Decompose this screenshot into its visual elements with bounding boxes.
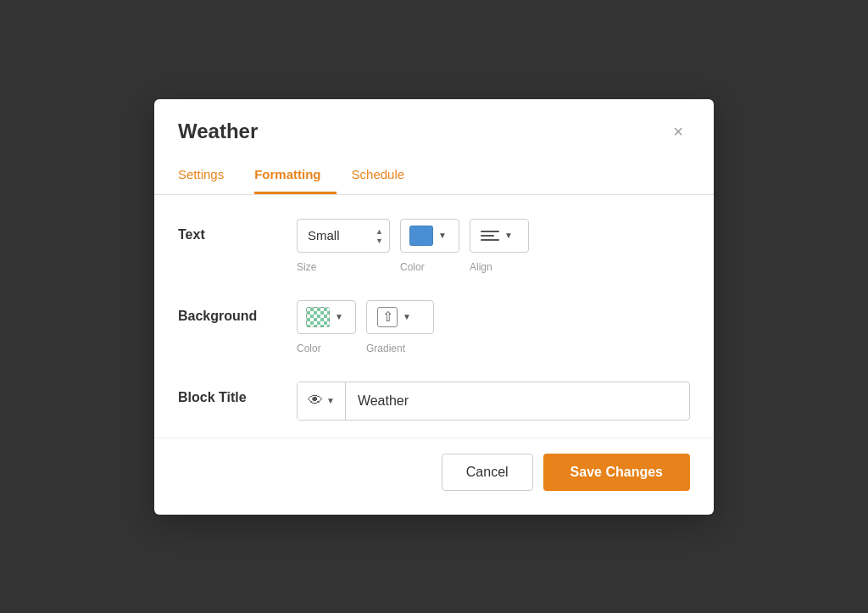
size-label: Size: [297, 261, 316, 273]
bg-color-label: Color: [297, 343, 321, 354]
bg-color-control-group: ▼ Color: [297, 300, 356, 354]
align-button[interactable]: ▼: [470, 219, 529, 253]
tab-bar: Settings Formatting Schedule: [154, 159, 714, 195]
tab-schedule[interactable]: Schedule: [352, 159, 420, 194]
text-color-button[interactable]: ▼: [400, 219, 459, 253]
visibility-button[interactable]: 👁 ▼: [298, 382, 346, 420]
modal-dialog: Weather × Settings Formatting Schedule T…: [154, 99, 714, 515]
background-label: Background: [178, 300, 297, 324]
gradient-arrow-icon: ▼: [403, 312, 411, 321]
modal-overlay: Weather × Settings Formatting Schedule T…: [0, 0, 868, 613]
bg-color-button[interactable]: ▼: [297, 300, 356, 334]
color-control-group: ▼ Color: [400, 219, 459, 273]
color-label: Color: [400, 261, 425, 273]
align-control-group: ▼ Align: [470, 219, 529, 273]
eye-icon: 👁: [308, 392, 323, 410]
text-label: Text: [178, 219, 297, 242]
align-line-2: [481, 235, 494, 237]
align-line-3: [481, 239, 499, 241]
tab-formatting[interactable]: Formatting: [254, 159, 336, 194]
tab-settings[interactable]: Settings: [178, 159, 239, 194]
block-title-controls: 👁 ▼: [297, 382, 690, 421]
text-row: Text Small Medium Large X-Large: [178, 219, 690, 273]
modal-title: Weather: [178, 120, 258, 143]
color-dropdown-arrow-icon: ▼: [438, 231, 447, 240]
block-title-input[interactable]: [346, 385, 689, 417]
modal-footer: Cancel Save Changes: [154, 437, 714, 515]
background-row: Background ▼ Color ⇧ ▼: [178, 300, 690, 354]
close-button[interactable]: ×: [666, 120, 690, 143]
cancel-button[interactable]: Cancel: [442, 454, 533, 491]
modal-header: Weather ×: [154, 99, 714, 143]
bg-color-arrow-icon: ▼: [335, 312, 343, 321]
text-controls: Small Medium Large X-Large ▲ ▼ Size: [297, 219, 529, 273]
align-dropdown-arrow-icon: ▼: [504, 231, 513, 240]
block-title-row: Block Title 👁 ▼: [178, 382, 690, 421]
gradient-upload-icon: ⇧: [377, 307, 398, 327]
save-button[interactable]: Save Changes: [543, 454, 690, 491]
size-select[interactable]: Small Medium Large X-Large: [297, 219, 390, 253]
align-lines-icon: [481, 231, 499, 241]
gradient-control-group: ⇧ ▼ Gradient: [366, 300, 434, 354]
background-controls: ▼ Color ⇧ ▼ Gradient: [297, 300, 434, 354]
size-select-wrapper: Small Medium Large X-Large ▲ ▼: [297, 219, 390, 253]
size-control-group: Small Medium Large X-Large ▲ ▼ Size: [297, 219, 390, 273]
modal-body: Text Small Medium Large X-Large: [154, 195, 714, 437]
block-title-label: Block Title: [178, 382, 297, 405]
align-label: Align: [470, 261, 492, 273]
bg-color-swatch: [306, 307, 330, 327]
align-line-1: [481, 231, 499, 232]
text-color-swatch: [409, 226, 433, 246]
gradient-label: Gradient: [366, 343, 405, 354]
gradient-button[interactable]: ⇧ ▼: [366, 300, 434, 334]
visibility-arrow-icon: ▼: [326, 396, 335, 405]
